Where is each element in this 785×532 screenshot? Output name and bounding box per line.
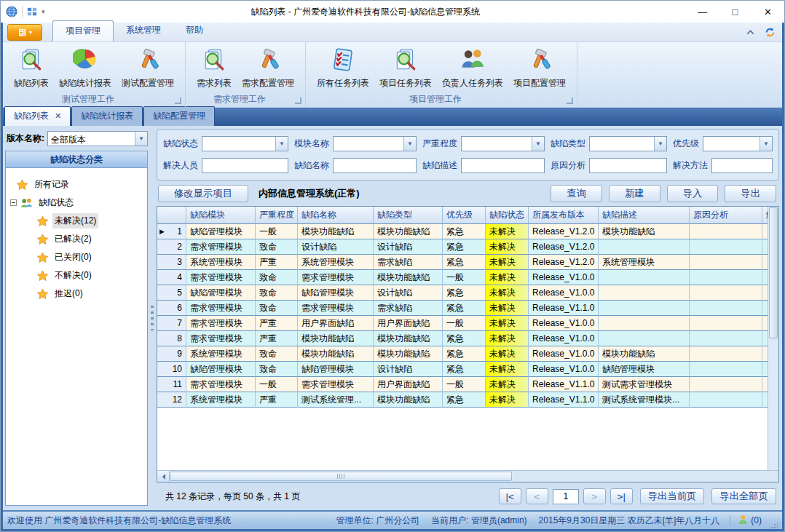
grid-cell[interactable] xyxy=(599,331,690,346)
grid-cell[interactable]: 未解决 xyxy=(486,270,529,285)
grid-cell[interactable]: 用户界面缺陷 xyxy=(374,377,443,392)
doc-tab-1[interactable]: 缺陷列表✕ xyxy=(4,106,71,126)
缺陷类型-combobox[interactable]: ▼ xyxy=(589,136,667,151)
table-row[interactable]: 3系统管理模块严重系统管理模块需求缺陷紧急未解决Release_V1.2.0系统… xyxy=(157,255,768,270)
chevron-down-icon[interactable]: ▼ xyxy=(403,137,416,151)
grid-cell[interactable]: 需求管理模块 xyxy=(298,301,374,316)
解决人员-input[interactable] xyxy=(202,158,288,173)
horizontal-scrollbar-thumb[interactable] xyxy=(170,472,512,481)
grid-cell[interactable]: 未解决 xyxy=(486,331,529,346)
vertical-scrollbar-thumb[interactable] xyxy=(769,207,778,338)
grid-cell[interactable]: 需求管理模块 xyxy=(298,377,374,392)
grid-cell[interactable] xyxy=(762,331,768,346)
close-tab-icon[interactable]: ✕ xyxy=(55,111,61,121)
grid-cell[interactable] xyxy=(690,270,762,285)
严重程度-combobox[interactable]: ▼ xyxy=(461,136,545,151)
dialog-launcher-icon[interactable] xyxy=(175,98,181,104)
table-row[interactable]: 5缺陷管理模块致命缺陷管理模块设计缺陷紧急未解决Release_V1.0.0 xyxy=(157,285,768,301)
grid-cell[interactable]: 严重 xyxy=(256,316,298,331)
解决方法-input[interactable] xyxy=(711,158,773,173)
grid-cell[interactable]: 模块功能缺陷 xyxy=(298,224,374,239)
grid-cell[interactable]: 紧急 xyxy=(443,301,486,316)
grid-cell[interactable]: 缺陷管理模块 xyxy=(186,362,256,377)
row-selector-cell[interactable]: 2 xyxy=(157,239,186,255)
minimize-button[interactable]: — xyxy=(686,1,719,23)
grid-cell[interactable]: 测试需求管理模块 xyxy=(599,377,690,392)
grid-cell[interactable]: 未解决 xyxy=(486,316,529,331)
grid-cell[interactable] xyxy=(690,301,762,316)
grid-cell[interactable]: 模块功能缺陷 xyxy=(374,224,443,239)
grid-cell[interactable] xyxy=(762,301,768,316)
grid-cell[interactable]: 系统管理模块 xyxy=(186,255,256,270)
horizontal-scrollbar[interactable] xyxy=(157,470,778,482)
grid-cell[interactable]: 严重 xyxy=(256,255,298,270)
resize-grip-icon[interactable] xyxy=(770,522,778,529)
grid-cell[interactable]: 需求管理模块 xyxy=(186,270,256,285)
grid-cell[interactable]: 模块功能缺陷 xyxy=(599,224,690,239)
grid-header-1[interactable]: 缺陷模块 xyxy=(186,207,256,224)
row-selector-cell[interactable]: 9 xyxy=(157,346,186,362)
grid-cell[interactable]: 未解决 xyxy=(486,362,529,377)
grid-cell[interactable]: 用户界面缺陷 xyxy=(374,316,443,331)
grid-cell[interactable] xyxy=(690,239,762,255)
grid-cell[interactable] xyxy=(690,377,762,392)
table-row[interactable]: 10缺陷管理模块致命缺陷管理模块设计缺陷紧急未解决Release_V1.0.0缺… xyxy=(157,362,768,377)
grid-cell[interactable]: 紧急 xyxy=(443,346,486,362)
grid-cell[interactable] xyxy=(762,377,768,392)
grid-cell[interactable] xyxy=(599,270,690,285)
grid-cell[interactable]: 系统管理模块 xyxy=(298,255,374,270)
grid-header-4[interactable]: 缺陷类型 xyxy=(374,207,443,224)
grid-cell[interactable]: 未解决 xyxy=(486,285,529,301)
grid-cell[interactable]: Release_V1.0.0 xyxy=(529,362,599,377)
grid-cell[interactable]: 未解决 xyxy=(486,392,529,408)
grid-cell[interactable] xyxy=(690,362,762,377)
grid-cell[interactable] xyxy=(762,346,768,362)
grid-cell[interactable] xyxy=(762,239,768,255)
grid-cell[interactable]: 未解决 xyxy=(486,255,529,270)
scroll-left-icon[interactable] xyxy=(157,471,170,482)
grid-cell[interactable]: 模块功能缺陷 xyxy=(599,346,690,362)
ribbon-tab-2[interactable]: 系统管理 xyxy=(114,20,173,41)
grid-cell[interactable]: 模块功能缺陷 xyxy=(298,346,374,362)
grid-cell[interactable]: 致命 xyxy=(256,301,298,316)
grid-cell[interactable]: 模块功能缺陷 xyxy=(374,392,443,408)
collapse-ribbon-icon[interactable] xyxy=(746,29,755,36)
tree-item-5[interactable]: 已关闭(0) xyxy=(7,248,146,266)
first-page-button[interactable]: |< xyxy=(499,488,521,504)
last-page-button[interactable]: >| xyxy=(610,488,633,504)
grid-cell[interactable]: 测试系统管理模块... xyxy=(599,392,690,408)
grid-cell[interactable] xyxy=(690,224,762,239)
row-selector-cell[interactable]: ▶1 xyxy=(157,224,186,239)
ribbon-button-1-2[interactable]: 缺陷统计报表 xyxy=(54,45,117,92)
grid-header-2[interactable]: 严重程度 xyxy=(256,207,298,224)
prev-page-button[interactable]: < xyxy=(526,488,548,504)
grid-cell[interactable]: Release_V1.1.0 xyxy=(529,301,599,316)
dialog-launcher-icon[interactable] xyxy=(295,98,301,104)
grid-cell[interactable]: 一般 xyxy=(256,377,298,392)
tree-item-1[interactable]: 所有记录 xyxy=(7,175,146,194)
grid-cell[interactable]: 一般 xyxy=(256,224,298,239)
quick-access-layout-icon[interactable] xyxy=(27,7,37,17)
row-selector-cell[interactable]: 3 xyxy=(157,255,186,270)
grid-cell[interactable]: 严重 xyxy=(256,331,298,346)
grid-cell[interactable]: 需求管理模块 xyxy=(186,239,256,255)
grid-cell[interactable]: Release_V1.0.0 xyxy=(529,316,599,331)
ribbon-button-3-2[interactable]: 项目任务列表 xyxy=(374,45,437,92)
table-row[interactable]: ▶1缺陷管理模块一般模块功能缺陷模块功能缺陷紧急未解决Release_V1.2.… xyxy=(157,224,768,239)
help-refresh-icon[interactable] xyxy=(764,26,776,39)
ribbon-tab-1[interactable]: 项目管理 xyxy=(52,20,114,41)
table-row[interactable]: 2需求管理模块致命设计缺陷设计缺陷紧急未解决Release_V1.2.0 xyxy=(157,239,768,255)
grid-cell[interactable]: 紧急 xyxy=(443,285,486,301)
row-selector-cell[interactable]: 12 xyxy=(157,392,186,408)
ribbon-button-1-1[interactable]: 缺陷列表 xyxy=(9,45,54,92)
version-combobox[interactable]: 全部版本 ▼ xyxy=(47,131,148,146)
page-number-input[interactable] xyxy=(553,489,579,504)
table-row[interactable]: 8需求管理模块严重模块功能缺陷模块功能缺陷紧急未解决Release_V1.0.0 xyxy=(157,331,768,346)
grid-cell[interactable]: 缺陷管理模块 xyxy=(186,224,256,239)
grid-cell[interactable] xyxy=(599,285,690,301)
online-user-icon[interactable] xyxy=(738,515,748,527)
grid-cell[interactable]: 未解决 xyxy=(486,377,529,392)
grid-cell[interactable]: 紧急 xyxy=(443,224,486,239)
sidebar-splitter[interactable] xyxy=(149,126,155,510)
grid-cell[interactable]: Release_V1.2.0 xyxy=(529,239,599,255)
